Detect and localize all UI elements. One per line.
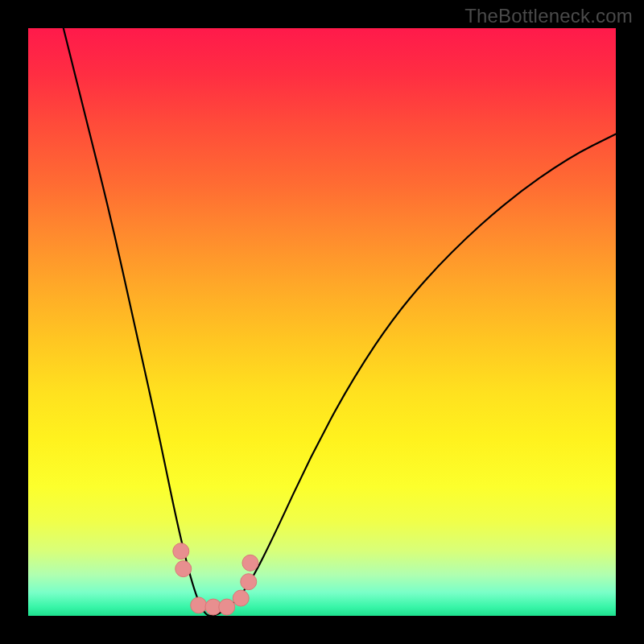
marker-point [173,543,189,559]
marker-point [219,599,235,615]
marker-point [233,590,249,606]
marker-point [242,555,258,571]
marker-points [173,543,258,615]
watermark-text: TheBottleneck.com [464,5,633,27]
marker-point [191,597,207,613]
plot-area [28,28,616,616]
bottleneck-curve [64,28,616,616]
chart-frame: TheBottleneck.com [0,0,644,644]
chart-svg [28,28,616,616]
marker-point [241,574,257,590]
curve-path [64,28,616,616]
marker-point [175,561,192,577]
